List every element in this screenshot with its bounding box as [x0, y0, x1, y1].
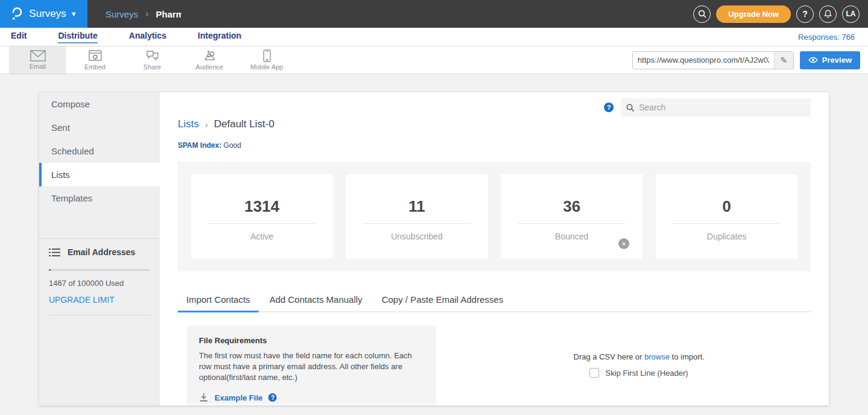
- list-help-button[interactable]: ?: [604, 103, 614, 112]
- email-addresses-section: Email Addresses 1467 of 100000 Used UPGR…: [39, 239, 160, 315]
- breadcrumb: Surveys › Pharma: [105, 8, 693, 19]
- channel-tab-share[interactable]: Share: [124, 46, 181, 74]
- stat-card-duplicates: 0 Duplicates: [656, 174, 797, 259]
- page-background: Compose Sent Scheduled Lists Templates E…: [0, 74, 868, 415]
- email-sidebar: Compose Sent Scheduled Lists Templates E…: [39, 92, 160, 405]
- contact-search-box: [621, 98, 811, 116]
- stat-card-bounced: 36 Bounced ✕: [501, 174, 643, 259]
- active-count: 1314: [191, 197, 333, 216]
- spam-index-value: Good: [224, 141, 241, 150]
- product-switcher-label: Surveys: [29, 8, 66, 20]
- email-lists-card: Compose Sent Scheduled Lists Templates E…: [39, 92, 829, 405]
- list-breadcrumb: Lists › Default List-0: [178, 118, 274, 130]
- active-label: Active: [191, 232, 333, 241]
- usage-progress-bar: [49, 269, 150, 271]
- topbar-actions: Upgrade Now ? LA: [693, 5, 860, 23]
- browse-link[interactable]: browse: [644, 352, 670, 361]
- channel-tab-mobile-app[interactable]: Mobile App: [238, 46, 295, 74]
- audience-icon: [202, 50, 218, 62]
- tab-copy-paste-emails[interactable]: Copy / Paste Email Addresses: [373, 290, 512, 312]
- contacts-tabs: Import Contacts Add Contacts Manually Co…: [178, 290, 811, 312]
- tab-add-contacts-manually[interactable]: Add Contacts Manually: [261, 290, 371, 312]
- question-mark-icon: ?: [802, 9, 808, 19]
- sidebar-divider-bottom: [49, 315, 150, 315]
- envelope-icon: [30, 50, 46, 62]
- survey-nav: Edit Distribute Analytics Integration Re…: [0, 28, 868, 46]
- help-button[interactable]: ?: [796, 5, 814, 23]
- survey-url-field: ✎: [632, 51, 794, 69]
- stat-card-unsubscribed: 11 Unsubscribed: [346, 174, 488, 259]
- questionpro-logo-icon: [10, 7, 24, 21]
- skip-first-line-label: Skip First Line (Header): [605, 369, 688, 378]
- spam-index: SPAM Index: Good: [178, 141, 241, 150]
- channel-tab-audience[interactable]: Audience: [181, 46, 238, 74]
- edit-url-button[interactable]: ✎: [774, 52, 793, 69]
- chevron-down-icon: ▼: [71, 10, 77, 17]
- sidebar-item-sent[interactable]: Sent: [39, 116, 160, 139]
- current-list-name: Default List-0: [214, 118, 274, 130]
- example-file-link[interactable]: Example File: [215, 393, 262, 402]
- mobile-icon: [263, 49, 271, 62]
- usage-text: 1467 of 100000 Used: [49, 279, 150, 288]
- top-bar: Surveys ▼ Surveys › Pharma Upgrade Now ?…: [0, 0, 868, 28]
- sidebar-item-lists[interactable]: Lists: [39, 163, 160, 186]
- list-detail-main: ? Lists › Default List-0 SPAM Index: Goo…: [160, 92, 829, 405]
- sidebar-item-compose[interactable]: Compose: [39, 92, 160, 116]
- distribute-toolbar: Email Embed Share Audience Mo: [0, 46, 868, 74]
- list-stats-panel: 1314 Active 11 Unsubscribed 36 Bounced ✕…: [178, 162, 811, 271]
- bounced-count: 36: [501, 197, 643, 216]
- search-icon: [698, 10, 706, 18]
- email-addresses-title: Email Addresses: [68, 247, 135, 257]
- file-requirements-box: File Requirements The first row must hav…: [187, 326, 436, 404]
- survey-url-input[interactable]: [633, 52, 774, 69]
- share-icon: [145, 50, 160, 62]
- product-switcher[interactable]: Surveys ▼: [0, 0, 87, 28]
- pencil-icon: ✎: [780, 55, 787, 65]
- responses-count[interactable]: Responses: 766: [798, 33, 855, 42]
- skip-first-line-checkbox[interactable]: [590, 368, 599, 378]
- channel-tab-embed[interactable]: Embed: [66, 46, 124, 74]
- tab-analytics[interactable]: Analytics: [129, 31, 166, 43]
- chevron-right-icon: ›: [145, 8, 148, 19]
- clear-bounced-icon[interactable]: ✕: [618, 238, 629, 249]
- notifications-button[interactable]: [819, 5, 837, 23]
- list-icon: [49, 248, 60, 257]
- breadcrumb-surveys-link[interactable]: Surveys: [105, 9, 138, 19]
- upgrade-now-button[interactable]: Upgrade Now: [716, 5, 791, 23]
- question-mark-icon: ?: [607, 104, 611, 111]
- unsubscribed-count: 11: [346, 197, 488, 216]
- spam-index-label: SPAM Index:: [178, 141, 221, 150]
- duplicates-count: 0: [656, 197, 797, 216]
- upgrade-limit-link[interactable]: UPGRADE LIMIT: [49, 295, 115, 305]
- tab-import-contacts[interactable]: Import Contacts: [178, 290, 259, 312]
- sidebar-item-templates[interactable]: Templates: [39, 186, 160, 210]
- dropzone-text: Drag a CSV here or browse to import.: [573, 352, 705, 361]
- preview-button[interactable]: Preview: [800, 51, 860, 69]
- sidebar-item-scheduled[interactable]: Scheduled: [39, 139, 160, 163]
- tab-integration[interactable]: Integration: [198, 31, 241, 43]
- embed-icon: [88, 50, 102, 62]
- search-icon: [626, 104, 634, 112]
- file-requirements-body: The first row must have the field name f…: [199, 350, 424, 383]
- unsubscribed-label: Unsubscribed: [346, 232, 488, 241]
- chevron-right-icon: ›: [205, 119, 208, 130]
- download-icon: [199, 393, 209, 402]
- duplicates-label: Duplicates: [656, 232, 797, 241]
- file-requirements-title: File Requirements: [199, 336, 424, 345]
- example-file-help-icon[interactable]: ?: [268, 393, 277, 402]
- breadcrumb-survey-name: Pharma: [156, 9, 181, 19]
- avatar[interactable]: LA: [842, 5, 860, 23]
- csv-dropzone[interactable]: Drag a CSV here or browse to import. Ski…: [449, 326, 829, 404]
- contact-search-input[interactable]: [639, 103, 805, 112]
- lists-link[interactable]: Lists: [178, 118, 199, 130]
- stat-card-active: 1314 Active: [191, 174, 333, 259]
- eye-icon: [808, 57, 818, 63]
- bell-icon: [824, 10, 832, 18]
- tab-edit[interactable]: Edit: [11, 31, 27, 43]
- channel-tab-email[interactable]: Email: [9, 46, 66, 74]
- search-button[interactable]: [693, 5, 711, 23]
- tab-distribute[interactable]: Distribute: [58, 31, 97, 43]
